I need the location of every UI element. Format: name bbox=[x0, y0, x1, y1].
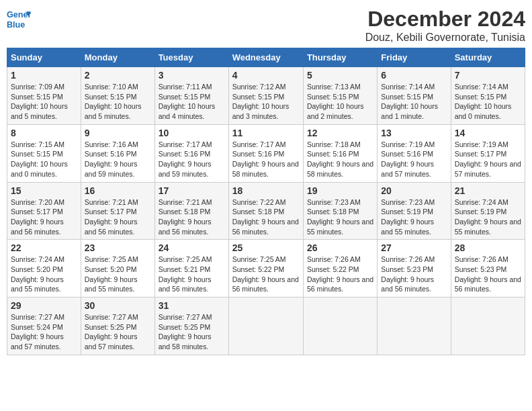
calendar-cell: 24 Sunrise: 7:25 AMSunset: 5:21 PMDaylig… bbox=[154, 240, 228, 298]
day-info: Sunrise: 7:27 AMSunset: 5:25 PMDaylight:… bbox=[159, 313, 212, 351]
header-cell-thursday: Thursday bbox=[303, 48, 377, 67]
calendar-cell: 9 Sunrise: 7:16 AMSunset: 5:16 PMDayligh… bbox=[81, 124, 154, 182]
calendar-cell bbox=[303, 298, 377, 355]
header-cell-tuesday: Tuesday bbox=[154, 48, 228, 67]
header-cell-wednesday: Wednesday bbox=[228, 48, 303, 67]
day-info: Sunrise: 7:14 AMSunset: 5:15 PMDaylight:… bbox=[455, 83, 512, 120]
day-info: Sunrise: 7:12 AMSunset: 5:15 PMDaylight:… bbox=[232, 83, 290, 120]
calendar-cell: 30 Sunrise: 7:27 AMSunset: 5:25 PMDaylig… bbox=[81, 298, 154, 355]
day-number: 20 bbox=[381, 185, 447, 196]
calendar-cell bbox=[378, 298, 451, 355]
day-number: 7 bbox=[455, 70, 521, 81]
day-number: 11 bbox=[232, 128, 300, 138]
day-info: Sunrise: 7:23 AMSunset: 5:18 PMDaylight:… bbox=[307, 198, 373, 236]
day-info: Sunrise: 7:24 AMSunset: 5:19 PMDaylight:… bbox=[455, 198, 521, 236]
day-info: Sunrise: 7:15 AMSunset: 5:15 PMDaylight:… bbox=[11, 140, 68, 178]
calendar-cell: 22 Sunrise: 7:24 AMSunset: 5:20 PMDaylig… bbox=[7, 240, 81, 298]
day-number: 2 bbox=[85, 70, 151, 81]
day-number: 4 bbox=[232, 70, 300, 81]
calendar-cell: 29 Sunrise: 7:27 AMSunset: 5:24 PMDaylig… bbox=[7, 298, 81, 355]
day-number: 6 bbox=[381, 70, 447, 81]
day-number: 29 bbox=[11, 300, 77, 311]
calendar-cell: 8 Sunrise: 7:15 AMSunset: 5:15 PMDayligh… bbox=[7, 124, 81, 182]
calendar-cell: 19 Sunrise: 7:23 AMSunset: 5:18 PMDaylig… bbox=[303, 182, 377, 240]
day-number: 15 bbox=[11, 185, 77, 196]
calendar-cell: 3 Sunrise: 7:11 AMSunset: 5:15 PMDayligh… bbox=[154, 67, 228, 125]
day-number: 18 bbox=[232, 185, 300, 196]
day-number: 5 bbox=[307, 70, 373, 81]
header-cell-monday: Monday bbox=[81, 48, 154, 67]
day-info: Sunrise: 7:25 AMSunset: 5:20 PMDaylight:… bbox=[85, 255, 138, 293]
day-number: 21 bbox=[455, 185, 521, 196]
calendar-cell: 2 Sunrise: 7:10 AMSunset: 5:15 PMDayligh… bbox=[81, 67, 154, 125]
day-number: 23 bbox=[85, 242, 151, 253]
day-info: Sunrise: 7:14 AMSunset: 5:15 PMDaylight:… bbox=[381, 83, 438, 120]
day-info: Sunrise: 7:26 AMSunset: 5:22 PMDaylight:… bbox=[307, 255, 373, 293]
day-info: Sunrise: 7:25 AMSunset: 5:21 PMDaylight:… bbox=[159, 255, 212, 293]
calendar-cell: 14 Sunrise: 7:19 AMSunset: 5:17 PMDaylig… bbox=[451, 124, 525, 182]
day-number: 12 bbox=[307, 128, 373, 138]
calendar-cell: 20 Sunrise: 7:23 AMSunset: 5:19 PMDaylig… bbox=[378, 182, 451, 240]
calendar-cell: 13 Sunrise: 7:19 AMSunset: 5:16 PMDaylig… bbox=[378, 124, 451, 182]
calendar-table: SundayMondayTuesdayWednesdayThursdayFrid… bbox=[7, 48, 525, 355]
day-number: 26 bbox=[307, 242, 373, 253]
day-number: 8 bbox=[11, 128, 77, 138]
header-row: SundayMondayTuesdayWednesdayThursdayFrid… bbox=[7, 48, 525, 67]
page-subtitle: Douz, Kebili Governorate, Tunisia bbox=[365, 32, 525, 44]
day-info: Sunrise: 7:22 AMSunset: 5:18 PMDaylight:… bbox=[232, 198, 299, 236]
day-number: 19 bbox=[307, 185, 373, 196]
day-info: Sunrise: 7:21 AMSunset: 5:17 PMDaylight:… bbox=[85, 198, 138, 236]
calendar-cell bbox=[228, 298, 303, 355]
title-block: December 2024 Douz, Kebili Governorate, … bbox=[365, 7, 525, 44]
calendar-cell: 16 Sunrise: 7:21 AMSunset: 5:17 PMDaylig… bbox=[81, 182, 154, 240]
day-number: 17 bbox=[159, 185, 225, 196]
day-number: 16 bbox=[85, 185, 151, 196]
calendar-cell: 12 Sunrise: 7:18 AMSunset: 5:16 PMDaylig… bbox=[303, 124, 377, 182]
day-info: Sunrise: 7:26 AMSunset: 5:23 PMDaylight:… bbox=[381, 255, 435, 293]
day-number: 25 bbox=[232, 242, 300, 253]
day-info: Sunrise: 7:17 AMSunset: 5:16 PMDaylight:… bbox=[232, 140, 299, 178]
calendar-week-3: 15 Sunrise: 7:20 AMSunset: 5:17 PMDaylig… bbox=[7, 182, 525, 240]
day-number: 13 bbox=[381, 128, 447, 138]
calendar-cell: 18 Sunrise: 7:22 AMSunset: 5:18 PMDaylig… bbox=[228, 182, 303, 240]
day-number: 24 bbox=[159, 242, 225, 253]
day-number: 30 bbox=[85, 300, 151, 311]
calendar-week-5: 29 Sunrise: 7:27 AMSunset: 5:24 PMDaylig… bbox=[7, 298, 525, 355]
calendar-cell: 25 Sunrise: 7:25 AMSunset: 5:22 PMDaylig… bbox=[228, 240, 303, 298]
day-number: 31 bbox=[159, 300, 225, 311]
logo-icon: General Blue bbox=[7, 7, 31, 31]
calendar-cell: 11 Sunrise: 7:17 AMSunset: 5:16 PMDaylig… bbox=[228, 124, 303, 182]
day-info: Sunrise: 7:17 AMSunset: 5:16 PMDaylight:… bbox=[159, 140, 212, 178]
day-number: 22 bbox=[11, 242, 77, 253]
day-number: 14 bbox=[455, 128, 521, 138]
day-info: Sunrise: 7:19 AMSunset: 5:17 PMDaylight:… bbox=[455, 140, 521, 178]
calendar-cell: 31 Sunrise: 7:27 AMSunset: 5:25 PMDaylig… bbox=[154, 298, 228, 355]
day-info: Sunrise: 7:21 AMSunset: 5:18 PMDaylight:… bbox=[159, 198, 212, 236]
day-number: 9 bbox=[85, 128, 151, 138]
day-info: Sunrise: 7:16 AMSunset: 5:16 PMDaylight:… bbox=[85, 140, 138, 178]
day-info: Sunrise: 7:10 AMSunset: 5:15 PMDaylight:… bbox=[85, 83, 142, 120]
day-info: Sunrise: 7:26 AMSunset: 5:23 PMDaylight:… bbox=[455, 255, 521, 293]
page-title: December 2024 bbox=[365, 7, 525, 32]
calendar-cell bbox=[451, 298, 525, 355]
day-number: 27 bbox=[381, 242, 447, 253]
day-info: Sunrise: 7:24 AMSunset: 5:20 PMDaylight:… bbox=[11, 255, 64, 293]
day-number: 3 bbox=[159, 70, 225, 81]
day-info: Sunrise: 7:27 AMSunset: 5:25 PMDaylight:… bbox=[85, 313, 138, 351]
calendar-cell: 10 Sunrise: 7:17 AMSunset: 5:16 PMDaylig… bbox=[154, 124, 228, 182]
day-info: Sunrise: 7:27 AMSunset: 5:24 PMDaylight:… bbox=[11, 313, 64, 351]
calendar-cell: 1 Sunrise: 7:09 AMSunset: 5:15 PMDayligh… bbox=[7, 67, 81, 125]
day-number: 10 bbox=[159, 128, 225, 138]
day-number: 28 bbox=[455, 242, 521, 253]
header-cell-saturday: Saturday bbox=[451, 48, 525, 67]
header-cell-sunday: Sunday bbox=[7, 48, 81, 67]
day-info: Sunrise: 7:18 AMSunset: 5:16 PMDaylight:… bbox=[307, 140, 373, 178]
svg-text:Blue: Blue bbox=[7, 20, 25, 30]
calendar-cell: 21 Sunrise: 7:24 AMSunset: 5:19 PMDaylig… bbox=[451, 182, 525, 240]
day-info: Sunrise: 7:19 AMSunset: 5:16 PMDaylight:… bbox=[381, 140, 435, 178]
calendar-cell: 5 Sunrise: 7:13 AMSunset: 5:15 PMDayligh… bbox=[303, 67, 377, 125]
day-info: Sunrise: 7:23 AMSunset: 5:19 PMDaylight:… bbox=[381, 198, 435, 236]
page-header: General Blue December 2024 Douz, Kebili … bbox=[7, 7, 525, 44]
day-number: 1 bbox=[11, 70, 77, 81]
calendar-cell: 26 Sunrise: 7:26 AMSunset: 5:22 PMDaylig… bbox=[303, 240, 377, 298]
